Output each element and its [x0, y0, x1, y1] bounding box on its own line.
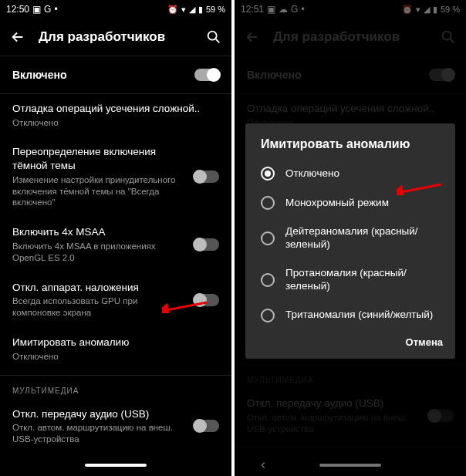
settings-list: Отладка операций усечения сложной.. Откл…: [0, 94, 231, 476]
radio-label: Дейтераномалия (красный/зеленый): [285, 225, 440, 252]
radio-icon: [261, 231, 275, 245]
setting-title: Отладка операций усечения сложной..: [12, 102, 219, 116]
radio-label: Монохромный режим: [285, 197, 389, 210]
setting-msaa[interactable]: Включить 4x MSAA Включить 4x MSAA в прил…: [0, 218, 231, 272]
master-switch-toggle[interactable]: [194, 69, 219, 81]
setting-subtitle: Включить 4x MSAA в приложениях OpenGL ES…: [12, 241, 185, 264]
radio-label: Отключено: [285, 167, 339, 181]
cancel-button[interactable]: Отмена: [406, 336, 443, 348]
radio-option-protanomaly[interactable]: Протаномалия (красный/зеленый): [245, 259, 455, 301]
battery-icon: ▮: [198, 5, 203, 15]
setting-subtitle: Изменение настройки принудительного вклю…: [12, 174, 185, 209]
toggle-switch[interactable]: [194, 238, 219, 251]
status-time: 12:50: [6, 4, 29, 15]
setting-title: Включить 4x MSAA: [12, 225, 185, 239]
alarm-icon: ⏰: [167, 5, 178, 15]
nav-bar: [0, 454, 231, 476]
back-icon[interactable]: [9, 29, 26, 46]
radio-option-tritanomaly[interactable]: Тританомалия (синий/желтый): [245, 301, 455, 330]
radio-label: Протаномалия (красный/зеленый): [285, 267, 440, 293]
radio-option-monochrome[interactable]: Монохромный режим: [245, 188, 455, 218]
radio-option-deuteranomaly[interactable]: Дейтераномалия (красный/зеленый): [245, 218, 455, 259]
app-bar: Для разработчиков: [0, 19, 231, 56]
svg-point-0: [208, 32, 217, 40]
section-multimedia: Мультимедиа: [0, 375, 231, 400]
radio-icon: [261, 309, 275, 322]
dialog-title: Имитировать аномалию: [245, 137, 455, 159]
setting-title: Откл. передачу аудио (USB): [12, 407, 185, 421]
signal-icon: ◢: [189, 5, 195, 15]
setting-subtitle: Отключено: [12, 351, 219, 363]
image-icon: ▣: [32, 4, 41, 15]
left-phone: 12:50 ▣ G • ⏰ ▾ ◢ ▮ 59 % Для разработчик…: [0, 0, 231, 476]
toggle-switch[interactable]: [194, 170, 219, 183]
radio-label: Тританомалия (синий/желтый): [285, 309, 433, 322]
radio-icon: [261, 167, 275, 181]
setting-hw-overlays[interactable]: Откл. аппарат. наложения Всегда использо…: [0, 273, 231, 328]
page-title: Для разработчиков: [39, 29, 193, 45]
search-icon[interactable]: [205, 29, 222, 46]
right-phone: 12:51 ▣ ☁ G • ⏰ ▾ ◢ ▮ 59 % Для разработч…: [235, 0, 466, 476]
setting-simulate-anomaly[interactable]: Имитировать аномалию Отключено: [0, 328, 231, 371]
toggle-switch[interactable]: [194, 294, 219, 306]
setting-subtitle: Отключено: [12, 117, 219, 129]
google-icon: G: [44, 4, 51, 15]
anomaly-dialog: Имитировать аномалию Отключено Монохромн…: [245, 123, 455, 359]
master-switch-label: Включено: [12, 69, 67, 81]
battery-text: 59 %: [206, 5, 225, 14]
setting-clip-debug[interactable]: Отладка операций усечения сложной.. Откл…: [0, 94, 231, 137]
setting-dark-override[interactable]: Переопределение включения тёмной темы Из…: [0, 137, 231, 218]
radio-icon: [261, 196, 275, 210]
setting-usb-audio[interactable]: Откл. передачу аудио (USB) Откл. автом. …: [0, 400, 231, 454]
setting-subtitle: Откл. автом. маршрутизацию на внеш. USB-…: [12, 422, 185, 445]
toggle-switch[interactable]: [194, 420, 219, 432]
setting-title: Переопределение включения тёмной темы: [12, 145, 185, 172]
radio-icon: [261, 273, 275, 287]
setting-title: Имитировать аномалию: [12, 336, 219, 349]
more-icon: •: [54, 4, 57, 15]
status-bar: 12:50 ▣ G • ⏰ ▾ ◢ ▮ 59 %: [0, 0, 231, 19]
master-switch-row[interactable]: Включено: [0, 56, 231, 94]
nav-pill[interactable]: [85, 464, 147, 467]
radio-option-off[interactable]: Отключено: [245, 159, 455, 188]
setting-subtitle: Всегда использовать GPU при компоновке э…: [12, 295, 185, 319]
setting-title: Откл. аппарат. наложения: [12, 281, 185, 295]
wifi-icon: ▾: [181, 5, 186, 15]
